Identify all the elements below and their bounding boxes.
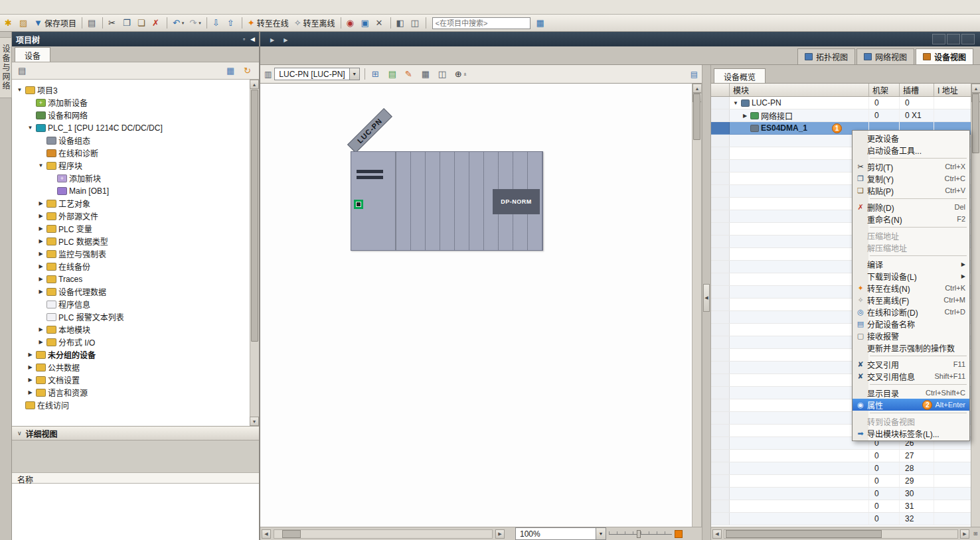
overview-row[interactable]: 0 32 bbox=[711, 513, 971, 525]
expand-arrow-icon[interactable]: ▶ bbox=[37, 326, 44, 332]
device-module-luc-pn[interactable]: DP-NORM bbox=[351, 151, 543, 251]
copy-icon[interactable]: ❐ ▾ bbox=[121, 17, 134, 30]
scroll-right-icon[interactable]: ▶ bbox=[495, 529, 505, 539]
tree-item[interactable]: 在线和诊断 bbox=[12, 147, 259, 159]
tree-item[interactable]: 程序信息 bbox=[12, 298, 259, 310]
overview-row[interactable]: 0 31 bbox=[711, 500, 971, 513]
scroll-up-icon[interactable]: ▲ bbox=[971, 84, 980, 93]
cut-icon[interactable]: ✂ ▾ bbox=[106, 17, 120, 30]
download-to-device-icon[interactable]: ⇩ ▾ bbox=[210, 17, 224, 30]
tree-item[interactable]: ▶ 公共数据 bbox=[12, 361, 259, 373]
redo-icon[interactable]: ↷ ▾ bbox=[187, 17, 203, 30]
menu-item[interactable] bbox=[62, 5, 74, 9]
paste-icon[interactable]: ❏ ▾ bbox=[135, 17, 149, 30]
sidebar-tab-devices-networks[interactable]: 设备与网络 bbox=[0, 37, 12, 98]
breadcrumb-item[interactable] bbox=[279, 34, 292, 44]
columns-icon[interactable]: ◫ ± bbox=[436, 68, 449, 81]
tab-device-view[interactable]: 设备视图 bbox=[916, 48, 973, 64]
menu-item[interactable] bbox=[39, 5, 50, 9]
scroll-right-icon[interactable]: ▶ bbox=[960, 529, 969, 539]
restore-connection-icon[interactable]: ▣ ▾ bbox=[359, 17, 372, 30]
context-menu-item[interactable]: 编译 ▶ bbox=[853, 258, 969, 270]
scrollbar-thumb[interactable] bbox=[251, 90, 258, 342]
context-menu-item[interactable]: 重命名(N) F2 ▶ bbox=[853, 213, 969, 225]
go-offline-button[interactable]: ✧ 转至离线 ▾ bbox=[292, 17, 337, 30]
context-menu-item[interactable]: 下载到设备(L) ▶ bbox=[853, 270, 969, 282]
show-portal-view-icon[interactable]: ▦ bbox=[534, 17, 548, 30]
context-menu-item[interactable]: ❏ 粘贴(P) Ctrl+V ▶ bbox=[853, 184, 969, 196]
detail-view-header[interactable]: ∨ 详细视图 bbox=[12, 426, 259, 440]
column-header-slot[interactable]: 插槽 bbox=[900, 84, 934, 96]
menu-item[interactable] bbox=[74, 5, 86, 9]
device-selector-dropdown[interactable]: LUC-PN [LUC-PN] ▼ bbox=[274, 68, 359, 80]
tree-item[interactable]: ▼ 程序块 bbox=[12, 159, 259, 172]
refresh-icon[interactable]: ↻ bbox=[242, 64, 255, 78]
context-menu-item[interactable]: ✘ 交叉引用 F11 ▶ bbox=[853, 358, 969, 370]
context-menu-item[interactable]: ❐ 复制(Y) Ctrl+C ▶ bbox=[853, 172, 969, 184]
chevron-down-icon[interactable]: ▼ bbox=[349, 68, 359, 80]
print-icon[interactable]: ▤ ▾ bbox=[86, 17, 99, 30]
tree-item[interactable]: ▶ 外部源文件 bbox=[12, 210, 259, 222]
tree-item[interactable]: Main [OB1] bbox=[12, 184, 259, 197]
expand-arrow-icon[interactable]: ▶ bbox=[27, 377, 34, 383]
tree-scrollbar[interactable]: ▲ ▼ bbox=[250, 80, 259, 426]
tree-filter-icon[interactable]: ▤ bbox=[16, 64, 29, 78]
expand-arrow-icon[interactable]: ▶ bbox=[37, 226, 44, 232]
assign-device-name-icon[interactable]: ▤ ± bbox=[386, 68, 400, 81]
undo-icon[interactable]: ↶ ▾ bbox=[171, 17, 186, 30]
scroll-left-icon[interactable]: ◀ bbox=[262, 529, 271, 539]
overview-row[interactable]: 0 28 bbox=[711, 462, 971, 475]
module-rack-slots[interactable]: DP-NORM bbox=[396, 152, 542, 250]
column-view-icon[interactable]: ▦ bbox=[224, 64, 238, 78]
context-menu-item[interactable]: 转到设备视图 ▶ bbox=[853, 415, 969, 427]
page-preview-icon[interactable]: ▤ bbox=[691, 70, 698, 79]
column-header-rack[interactable]: 机架 bbox=[869, 84, 900, 96]
tree-item[interactable]: ▶ 监控与强制表 bbox=[12, 247, 259, 260]
ethernet-port-icon[interactable] bbox=[354, 200, 363, 209]
tree-item[interactable]: PLC 报警文本列表 bbox=[12, 310, 259, 323]
remove-connection-icon[interactable]: ✕ ▾ bbox=[374, 17, 387, 30]
context-menu-item[interactable]: ▤ 分配设备名称 ▶ bbox=[853, 318, 969, 330]
breadcrumb-item[interactable] bbox=[266, 34, 279, 44]
context-menu-item[interactable]: 更新并显示强制的操作数 ▶ bbox=[853, 342, 969, 354]
context-menu-item[interactable]: 压缩地址 ▶ bbox=[853, 230, 969, 241]
tab-devices[interactable]: 设备 bbox=[15, 47, 50, 62]
expand-arrow-icon[interactable]: ▶ bbox=[37, 238, 44, 244]
tab-device-overview[interactable]: 设备概览 bbox=[714, 68, 766, 83]
corner-resize-icon[interactable]: ⊞ bbox=[971, 527, 980, 540]
split-editor-vertical-icon[interactable]: ◫ ▾ bbox=[409, 17, 422, 30]
tree-item[interactable]: ▶ 工艺对象 bbox=[12, 197, 259, 210]
expand-arrow-icon[interactable]: ▶ bbox=[37, 289, 44, 295]
save-project-button[interactable]: ▼ 保存项目 ▾ bbox=[32, 17, 78, 30]
detail-name-column-header[interactable]: 名称 bbox=[12, 472, 259, 484]
context-menu-item[interactable]: ◎ 在线和诊断(D) Ctrl+D ▶ bbox=[853, 306, 969, 318]
menu-item[interactable] bbox=[27, 5, 39, 9]
tree-item[interactable]: ▼ 项目3 bbox=[12, 84, 259, 96]
expand-arrow-icon[interactable]: ▼ bbox=[732, 100, 739, 106]
tree-item[interactable]: ▶ PLC 变量 bbox=[12, 222, 259, 235]
go-online-button[interactable]: ✦ 转至在线 ▾ bbox=[246, 17, 291, 30]
zoom-level-dropdown[interactable]: 100% ▼ bbox=[515, 527, 606, 540]
column-header-i-address[interactable]: I 地址 bbox=[934, 84, 971, 96]
context-menu-item[interactable]: 解压缩地址 ▶ bbox=[853, 241, 969, 253]
upload-from-device-icon[interactable]: ⇧ ▾ bbox=[225, 17, 238, 30]
context-menu-item[interactable]: ✦ 转至在线(N) Ctrl+K ▶ bbox=[853, 282, 969, 294]
scrollbar-thumb[interactable] bbox=[693, 94, 700, 140]
scroll-up-icon[interactable]: ▲ bbox=[693, 84, 702, 93]
tab-network-view[interactable]: 网络视图 bbox=[857, 48, 914, 64]
project-search-input[interactable] bbox=[432, 17, 531, 29]
expand-arrow-icon[interactable]: ▶ bbox=[37, 200, 44, 206]
zoom-slider[interactable] bbox=[609, 529, 672, 539]
zoom-slider-thumb[interactable] bbox=[637, 530, 641, 538]
context-menu-item[interactable]: 显示目录 Ctrl+Shift+C ▶ bbox=[853, 387, 969, 399]
网络接口[interactable]: ▶ 网络接口 0 0 X1 bbox=[711, 109, 971, 122]
menu-item[interactable] bbox=[3, 5, 15, 9]
expand-arrow-icon[interactable]: ▶ bbox=[27, 352, 34, 358]
device-canvas[interactable]: LUC-PN DP-NORM ▲ ▼ bbox=[260, 84, 702, 527]
new-project-icon[interactable]: ✱ ▾ bbox=[3, 17, 16, 30]
context-menu-item[interactable]: ✘ 交叉引用信息 Shift+F11 ▶ bbox=[853, 370, 969, 382]
overview-vertical-scrollbar[interactable]: ▲ ▼ bbox=[971, 84, 980, 527]
tree-item[interactable]: + 添加新设备 bbox=[12, 96, 259, 109]
tree-item[interactable]: ▶ 未分组的设备 bbox=[12, 348, 259, 361]
online-diagnostics-icon[interactable]: ◉ ▾ bbox=[345, 17, 358, 30]
